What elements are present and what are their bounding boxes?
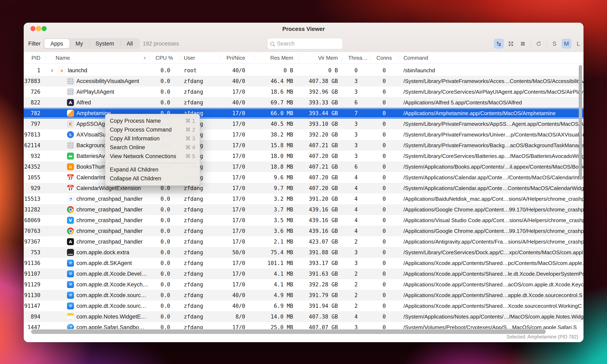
size-large-button[interactable]: L	[573, 39, 583, 49]
menu-item-collapse-all-children[interactable]: Collapse All Children	[105, 174, 200, 183]
hierarchy-view-button[interactable]	[494, 39, 504, 49]
conns-cell: 0	[370, 108, 398, 118]
process-row[interactable]: 70763chrome_crashpad_handler0.0zfdang17/…	[24, 226, 583, 236]
res-mem-cell: 4.9 MB	[254, 290, 299, 300]
column-header-label: User	[184, 55, 195, 61]
pid-cell: 91130	[24, 290, 46, 300]
expand-all-button[interactable]	[506, 39, 516, 49]
column-header-pri[interactable]: Pri/Nice	[220, 52, 254, 64]
menu-item-search-online[interactable]: Search Online⌘ 4	[105, 143, 200, 152]
process-row[interactable]: 31282chrome_crashpad_handler0.0zfdang17/…	[24, 204, 583, 215]
horizontal-scrollbar-thumb[interactable]	[31, 329, 546, 334]
column-header-cpu[interactable]: CPU %	[149, 52, 181, 64]
filter-segment-all[interactable]: All	[121, 39, 139, 48]
column-header-res[interactable]: Res Mem	[254, 52, 299, 64]
column-header-user[interactable]: User	[181, 52, 220, 64]
vir-mem-cell: 407.38 GB	[299, 76, 342, 87]
process-row[interactable]: 894com.apple.Notes.WidgetE…0.0zfdang8/01…	[24, 311, 583, 322]
conns-cell: 0	[370, 97, 398, 108]
process-name: com.apple.dt.Xcode.Keych…	[76, 279, 148, 290]
size-medium-button[interactable]: M	[561, 39, 571, 49]
process-row[interactable]: 91136⚒com.apple.dt.SKAgent0.0zfdang17/01…	[24, 258, 583, 269]
res-mem-cell: 3.2 MB	[254, 194, 299, 204]
menu-item-view-network-connections[interactable]: View Network Connections⌘ 5	[105, 152, 200, 161]
menu-item-label: Copy All Information	[110, 135, 160, 142]
filter-segment-my[interactable]: My	[69, 39, 89, 48]
pri-nice-cell: 17/0	[220, 194, 254, 204]
vertical-scrollbar-thumb[interactable]	[579, 65, 582, 179]
name-cell: com.apple.dock.extra	[46, 247, 149, 258]
cpu-cell: 0.0	[149, 300, 181, 311]
command-cell: /System/Library/PrivateFrameworks/Univer…	[398, 129, 583, 140]
menu-item-expand-all-children[interactable]: Expand All Children	[105, 165, 200, 174]
process-row[interactable]: 68069Vchrome_crashpad_handler0.0zfdang17…	[24, 215, 583, 226]
process-row[interactable]: 726AirPlayUIAgent0.0zfdang17/018.6 MB392…	[24, 87, 583, 97]
conns-cell: 0	[370, 161, 398, 172]
filter-segment-apps[interactable]: Apps	[44, 39, 69, 48]
size-small-button[interactable]: S	[550, 39, 559, 49]
pri-nice-cell: 17/0	[220, 183, 254, 194]
pri-nice-cell: 17/0	[220, 129, 254, 140]
pri-nice-cell: 17/0	[220, 87, 254, 97]
vir-mem-cell: 393.17 GB	[299, 258, 342, 269]
name-cell: ⚒com.apple.dt.Xcode.sourc…	[46, 290, 149, 300]
process-row[interactable]: 1447com.apple.Safari.Sandbo…0.0zfdang17/…	[24, 322, 583, 329]
column-header-pid[interactable]: PID	[24, 52, 46, 64]
res-mem-cell: 14.0 MB	[254, 311, 299, 322]
column-header-label: Command	[404, 55, 428, 61]
menu-item-label: Copy Process Name	[110, 118, 161, 124]
zoom-button[interactable]	[42, 26, 47, 31]
command-cell: /Applications/Xcode.app/Contents/Shared……	[398, 279, 583, 290]
process-row[interactable]: 91130⚒com.apple.dt.Xcode.sourc…0.0zfdang…	[24, 290, 583, 300]
user-cell: zfdang	[181, 322, 220, 329]
search-icon	[270, 42, 274, 46]
close-button[interactable]	[30, 26, 35, 31]
minimize-button[interactable]	[36, 26, 41, 31]
res-mem-cell: 9.6 MB	[254, 172, 299, 183]
column-header-cmd[interactable]: Command	[398, 52, 583, 64]
menu-item-copy-all-information[interactable]: Copy All Information⌘ 3	[105, 134, 200, 143]
process-row[interactable]: 91147⚒com.apple.dt.Xcode.sourc…0.0zfdang…	[24, 300, 583, 311]
status-bar: Selected: Amphetamine (PID 782)	[24, 329, 583, 342]
vir-mem-cell: 391.79 GB	[299, 290, 342, 300]
user-cell: zfdang	[181, 215, 220, 226]
vir-mem-cell: 393.44 GB	[299, 108, 342, 118]
search-field[interactable]	[267, 38, 343, 49]
column-header-name[interactable]: Name∧	[46, 52, 149, 64]
conns-cell: 0	[370, 322, 398, 329]
menu-item-copy-process-name[interactable]: Copy Process Name⌘ 1	[105, 117, 200, 125]
conns-cell: 0	[370, 290, 398, 300]
column-header-label: Vir Mem	[318, 55, 338, 61]
pri-nice-cell: 40/0	[220, 290, 254, 300]
menu-item-copy-process-command[interactable]: Copy Process Command⌘ 2	[105, 125, 200, 134]
threads-cell: 3	[342, 322, 370, 329]
threads-cell: 7	[342, 108, 370, 118]
pri-nice-cell: 8/0	[220, 311, 254, 322]
column-header-label: Name	[56, 55, 70, 61]
pid-cell: 932	[24, 151, 46, 161]
vir-mem-cell: 0 B	[299, 65, 342, 76]
threads-cell: 6	[342, 161, 370, 172]
process-row[interactable]: 822AAlfred0.0zfdang40/069.7 MB393.33 GB6…	[24, 97, 583, 108]
column-header-conns[interactable]: Conns	[370, 52, 398, 64]
collapse-all-button[interactable]	[518, 39, 528, 49]
column-header-vir[interactable]: Vir Mem	[299, 52, 342, 64]
threads-cell: 3	[342, 87, 370, 97]
process-name: chrome_crashpad_handler	[76, 194, 143, 204]
process-row[interactable]: 91107⚒com.apple.dt.Xcode.Devel…0.0zfdang…	[24, 269, 583, 279]
threads-cell: 4	[342, 194, 370, 204]
process-row[interactable]: 91129⚒com.apple.dt.Xcode.Keych…0.0zfdang…	[24, 279, 583, 290]
filter-segment-system[interactable]: System	[89, 39, 120, 48]
search-input[interactable]	[277, 40, 339, 47]
refresh-button[interactable]	[534, 39, 543, 49]
airplay-ui-agent-icon	[67, 88, 74, 95]
column-header-thr[interactable]: Threa…	[342, 52, 370, 64]
process-row[interactable]: 37883AccessibilityVisualsAgent0.0zfdang4…	[24, 76, 583, 87]
chevron-down-icon[interactable]: ∨	[48, 65, 56, 76]
process-row[interactable]: 97367Achrome_crashpad_handler0.0zfdang17…	[24, 236, 583, 247]
context-menu: Copy Process Name⌘ 1Copy Process Command…	[105, 114, 200, 186]
process-row[interactable]: 753com.apple.dock.extra0.0zfdang50/075.4…	[24, 247, 583, 258]
pid-cell: 68069	[24, 215, 46, 226]
process-row[interactable]: 15513◔chrome_crashpad_handler0.0zfdang17…	[24, 194, 583, 204]
process-row[interactable]: 1∨slaunchd0.0root40/00 B0 B00/sbin/launc…	[24, 65, 583, 76]
